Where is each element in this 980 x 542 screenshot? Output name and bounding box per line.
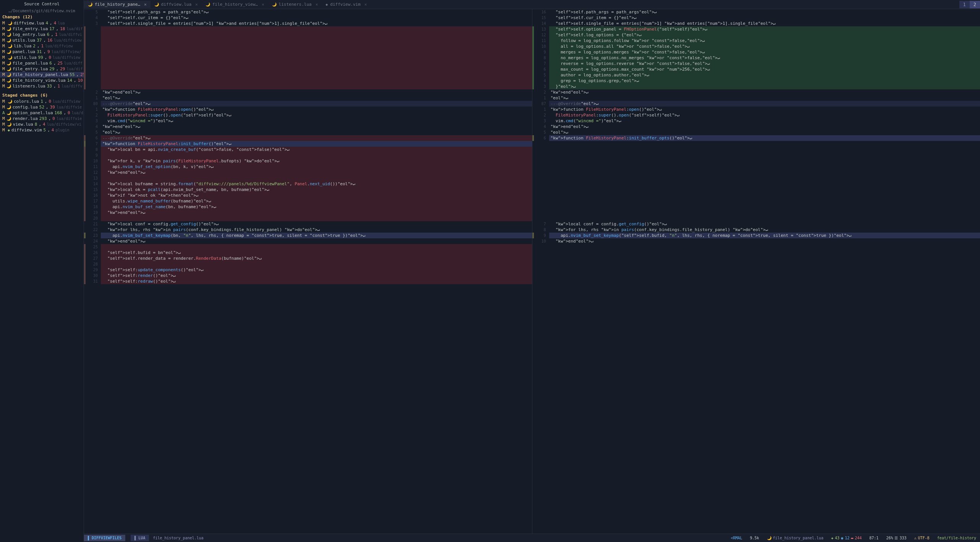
file-item[interactable]: M🌙file_history_view.lua 14, 10 (0, 78, 84, 83)
file-icon: 🌙 (6, 27, 11, 31)
file-icon: ◆ (8, 128, 10, 132)
file-item[interactable]: M🌙file_entry.lua 29, 29 lua/dif (0, 66, 84, 72)
close-icon[interactable]: ✕ (195, 2, 198, 7)
file-icon: 🌙 (8, 44, 12, 48)
file-item[interactable]: M🌙utils.lua 37, 16 lua/diffview (0, 37, 84, 43)
close-icon[interactable]: ✕ (262, 2, 264, 7)
file-icon: 🌙 (8, 21, 12, 25)
file-status: M (2, 61, 5, 66)
file-status: M (2, 78, 5, 83)
sidebar-path: …/Documents/git/diffview.nvim (0, 8, 84, 14)
file-item[interactable]: M🌙listeners.lua 33, 1 lua/diffv (0, 83, 84, 89)
file-status: M (2, 26, 5, 31)
tab-num-1[interactable]: 1 (959, 1, 970, 8)
file-icon: 🌙 (6, 78, 11, 83)
file-status: M (2, 49, 5, 54)
status-pos: 87:1 (865, 535, 882, 541)
file-icon: 🌙 (6, 116, 11, 121)
lua-icon: 🌙 (205, 2, 210, 6)
file-item[interactable]: M🌙log_entry.lua 6, 1 lua/diffvi (0, 32, 84, 37)
status-mode-right: <RMAL (727, 535, 746, 541)
sidebar-title: Source Control (0, 0, 84, 8)
file-icon: 🌙 (6, 105, 11, 109)
lua-icon: 🌙 (272, 2, 277, 6)
status-size: 9.5k (746, 535, 763, 541)
close-icon[interactable]: ✕ (144, 2, 147, 7)
file-item[interactable]: M🌙file_entry.lua 17, 18 lua/dif (0, 26, 84, 32)
status-pct: 26% (886, 536, 893, 540)
status-lang: LUA (138, 536, 145, 540)
status-branch: feat/file-history (937, 536, 976, 540)
file-status: M (2, 99, 6, 104)
file-item[interactable]: M◆diffview.vim 5, 4 plugin (0, 127, 84, 133)
tab-4[interactable]: ◆diffview.vim✕ (322, 1, 371, 8)
file-item[interactable]: M🌙render.lua 293, 0 lua/diffvie (0, 116, 84, 121)
changes-header: Changes (12) (0, 14, 84, 20)
file-icon: 🌙 (6, 38, 11, 42)
file-item[interactable]: M🌙file_history_panel.lua 55, 25 (0, 72, 84, 78)
sidebar[interactable]: Source Control …/Documents/git/diffview.… (0, 0, 84, 542)
lua-icon: ◆ (326, 2, 328, 6)
diff-del-icon: ▬ (851, 536, 853, 540)
file-status: M (2, 84, 5, 89)
staged-header: Staged changes (6) (0, 92, 84, 99)
file-item[interactable]: M🌙config.lua 52, 39 lua/diffvie (0, 104, 84, 110)
tab-3[interactable]: 🌙listeners.lua✕ (268, 1, 322, 8)
file-item[interactable]: A🌙option_panel.lua 168, 0 lua/d (0, 110, 84, 116)
status-del: 244 (855, 536, 862, 540)
file-status: A (2, 110, 5, 115)
diff-change-icon: ◉ (841, 536, 843, 540)
statusbar: ▌DIFFVIEWFILES ▌LUA file_history_panel.l… (84, 534, 980, 542)
file-icon: 🌙 (6, 73, 11, 77)
status-mode-left: DIFFVIEWFILES (92, 536, 121, 540)
file-status: M (2, 44, 6, 49)
file-status: M (2, 55, 6, 60)
file-icon: 🌙 (7, 122, 11, 126)
file-icon: 🌙 (8, 55, 12, 60)
tab-2[interactable]: 🌙file_history_view…✕ (202, 1, 268, 8)
file-status: M (2, 122, 5, 127)
file-icon: 🌙 (6, 111, 11, 115)
status-add: 43 (835, 536, 839, 540)
diff-add-icon: ✚ (831, 536, 833, 540)
tab-1[interactable]: 🌙diffview.lua✕ (150, 1, 202, 8)
file-status: M (2, 32, 5, 37)
file-item[interactable]: M🌙file_panel.lua 6, 25 lua/diff (0, 60, 84, 66)
lua-icon: 🌙 (154, 2, 159, 6)
status-enc: UTF-8 (918, 536, 930, 540)
file-status: M (2, 105, 5, 110)
file-status: M (2, 21, 6, 26)
file-icon: 🌙 (6, 67, 11, 71)
file-status: M (2, 128, 6, 133)
file-status: M (2, 38, 5, 43)
file-icon: 🌙 (6, 50, 11, 54)
file-icon: 🌙 (6, 32, 11, 37)
file-item[interactable]: M🌙diffview.lua 4, 4 lua (0, 20, 84, 26)
file-icon: 🌙 (8, 99, 12, 104)
file-item[interactable]: M🌙colors.lua 1, 0 lua/diffview (0, 99, 84, 104)
diff-pane-left[interactable]: 5432180123456789101112131415161718192021… (84, 9, 532, 534)
file-item[interactable]: M🌙utils.lua 99, 0 lua/diffview (0, 55, 84, 60)
status-chg: 12 (845, 536, 849, 540)
file-icon: 🌙 (6, 61, 11, 65)
tab-bar: 🌙file_history_pane…✕🌙diffview.lua✕🌙file_… (84, 0, 980, 9)
tab-num-2[interactable]: 2 (970, 1, 980, 8)
file-status: M (2, 66, 5, 71)
status-file-right: file_history_panel.lua (773, 536, 823, 540)
file-item[interactable]: M🌙panel.lua 31, 9 lua/diffview/ (0, 49, 84, 55)
close-icon[interactable]: ✕ (315, 2, 318, 7)
close-icon[interactable]: ✕ (364, 2, 367, 7)
status-file-left: file_history_panel.lua (149, 535, 207, 541)
file-item[interactable]: M🌙lib.lua 2, 1 lua/diffview (0, 43, 84, 49)
file-icon: 🌙 (6, 84, 11, 88)
lua-icon: 🌙 (88, 2, 92, 6)
file-status: M (2, 116, 5, 121)
file-status: M (2, 72, 5, 77)
status-lines: 333 (899, 536, 906, 540)
diff-pane-right[interactable]: 161514131211109876543218712345678910 "se… (532, 9, 980, 534)
tab-0[interactable]: 🌙file_history_pane…✕ (84, 1, 150, 8)
file-item[interactable]: M🌙view.lua 8, 4 lua/diffview/vi (0, 121, 84, 127)
